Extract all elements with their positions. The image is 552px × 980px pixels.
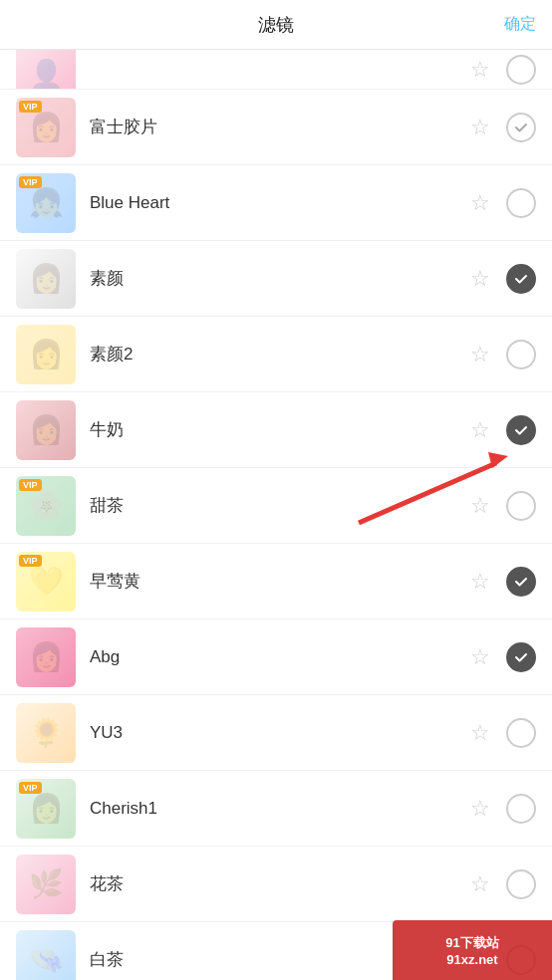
watermark: 91下载站 91xz.net bbox=[393, 920, 552, 980]
filter-item[interactable]: 💛VIP早莺黄☆ bbox=[0, 544, 552, 619]
thumbnail-person: 👩 bbox=[16, 249, 76, 309]
filter-list: 👤☆👩VIP富士胶片☆👧VIPBlue Heart☆👩素颜☆👩素颜2☆👩牛奶☆🌸… bbox=[0, 50, 552, 980]
star-icon[interactable]: ☆ bbox=[466, 643, 494, 671]
check-circle[interactable] bbox=[506, 340, 536, 369]
watermark-line2: 91xz.net bbox=[446, 952, 497, 967]
thumbnail-person: 🌻 bbox=[16, 703, 76, 763]
filter-name: YU3 bbox=[90, 723, 466, 743]
thumbnail-person: 👩 bbox=[16, 400, 76, 460]
check-circle[interactable] bbox=[506, 113, 536, 142]
check-circle[interactable] bbox=[506, 642, 536, 672]
filter-item[interactable]: 🌻YU3☆ bbox=[0, 695, 552, 771]
thumbnail: 👩 bbox=[16, 400, 76, 460]
thumbnail-person: 👩 bbox=[16, 627, 76, 687]
check-circle[interactable] bbox=[506, 567, 536, 597]
thumbnail: 👩 bbox=[16, 627, 76, 687]
header-title: 滤镜 bbox=[258, 13, 294, 37]
filter-item[interactable]: 👩Abg☆ bbox=[0, 619, 552, 695]
check-circle[interactable] bbox=[506, 188, 536, 218]
filter-name: 花茶 bbox=[90, 872, 466, 895]
filter-item[interactable]: 👧VIPBlue Heart☆ bbox=[0, 165, 552, 241]
filter-name: Blue Heart bbox=[90, 193, 466, 213]
star-icon[interactable]: ☆ bbox=[466, 719, 494, 747]
thumbnail: 🌿 bbox=[16, 855, 76, 914]
check-circle[interactable] bbox=[506, 491, 536, 521]
vip-badge: VIP bbox=[19, 176, 42, 188]
filter-item[interactable]: 👩素颜☆ bbox=[0, 241, 552, 317]
vip-badge: VIP bbox=[19, 101, 42, 113]
filter-name: 早莺黄 bbox=[90, 570, 466, 593]
vip-badge: VIP bbox=[19, 555, 42, 567]
star-icon[interactable]: ☆ bbox=[466, 568, 494, 596]
check-circle[interactable] bbox=[506, 55, 536, 85]
star-icon[interactable]: ☆ bbox=[466, 870, 494, 898]
thumbnail: 👧VIP bbox=[16, 173, 76, 233]
vip-badge: VIP bbox=[19, 782, 42, 794]
thumbnail: 🌻 bbox=[16, 703, 76, 763]
star-icon[interactable]: ☆ bbox=[466, 265, 494, 293]
thumbnail: 👒 bbox=[16, 930, 76, 981]
thumbnail: 👩VIP bbox=[16, 98, 76, 157]
star-icon[interactable]: ☆ bbox=[466, 795, 494, 823]
filter-item[interactable]: 🌸VIP甜茶☆ bbox=[0, 468, 552, 544]
star-icon[interactable]: ☆ bbox=[466, 492, 494, 520]
filter-item[interactable]: 👩VIPCherish1☆ bbox=[0, 771, 552, 847]
filter-name: Abg bbox=[90, 647, 466, 667]
thumbnail: 👩 bbox=[16, 249, 76, 309]
check-circle[interactable] bbox=[506, 415, 536, 445]
filter-name: 素颜2 bbox=[90, 343, 466, 366]
thumbnail: 👩 bbox=[16, 325, 76, 384]
header: 滤镜 确定 bbox=[0, 0, 552, 50]
thumbnail-silhouette: 👤 bbox=[16, 50, 76, 90]
filter-name: Cherish1 bbox=[90, 799, 466, 819]
star-icon[interactable]: ☆ bbox=[466, 341, 494, 368]
filter-item-partial: 👤☆ bbox=[0, 50, 552, 90]
confirm-button[interactable]: 确定 bbox=[504, 14, 536, 35]
check-circle[interactable] bbox=[506, 869, 536, 899]
thumbnail: 💛VIP bbox=[16, 552, 76, 612]
thumbnail-person: 👒 bbox=[16, 930, 76, 981]
thumbnail: 🌸VIP bbox=[16, 476, 76, 536]
filter-name: 富士胶片 bbox=[90, 116, 466, 138]
star-icon[interactable]: ☆ bbox=[466, 189, 494, 217]
check-circle[interactable] bbox=[506, 794, 536, 824]
filter-item[interactable]: 👩素颜2☆ bbox=[0, 317, 552, 392]
star-icon[interactable]: ☆ bbox=[466, 416, 494, 444]
star-icon[interactable]: ☆ bbox=[466, 56, 494, 84]
thumbnail-person: 🌿 bbox=[16, 855, 76, 914]
thumbnail-partial: 👤 bbox=[16, 50, 76, 90]
vip-badge: VIP bbox=[19, 479, 42, 491]
filter-name: 素颜 bbox=[90, 267, 466, 290]
star-icon[interactable]: ☆ bbox=[466, 114, 494, 141]
check-circle[interactable] bbox=[506, 264, 536, 294]
filter-item[interactable]: 👩牛奶☆ bbox=[0, 392, 552, 468]
filter-name: 牛奶 bbox=[90, 418, 466, 441]
thumbnail-person: 👩 bbox=[16, 325, 76, 384]
filter-item[interactable]: 🌿花茶☆ bbox=[0, 847, 552, 922]
check-circle[interactable] bbox=[506, 718, 536, 748]
thumbnail: 👩VIP bbox=[16, 779, 76, 839]
filter-name: 甜茶 bbox=[90, 494, 466, 517]
filter-item[interactable]: 👩VIP富士胶片☆ bbox=[0, 90, 552, 165]
watermark-line1: 91下载站 bbox=[445, 934, 498, 952]
app-container: 滤镜 确定 👤☆👩VIP富士胶片☆👧VIPBlue Heart☆👩素颜☆👩素颜2… bbox=[0, 0, 552, 980]
